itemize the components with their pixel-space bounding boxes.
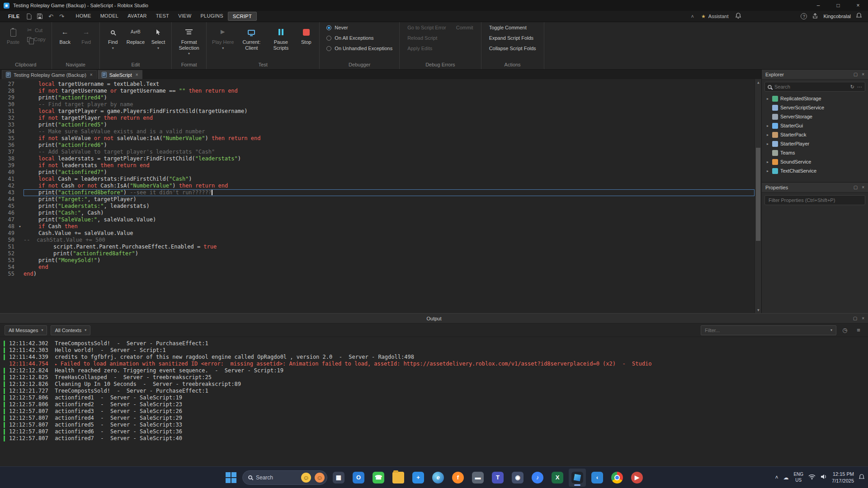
close-tab-icon[interactable]: × [90,72,93,77]
output-line-14[interactable]: 12:12:57.807 actionfired6 - Server - Sal… [0,428,868,435]
replace-button[interactable]: A⇄B Replace [124,24,147,57]
explorer-close-icon[interactable]: × [862,72,864,77]
language-indicator[interactable]: ENG US [793,472,803,483]
explorer-item-startergui[interactable]: ▸StarterGui [762,121,868,130]
output-line-5[interactable]: 12:12:12.824 Health reached zero. Trigge… [0,367,868,374]
explorer-item-serverscriptservice[interactable]: ServerScriptService [762,103,868,112]
taskbar-whatsapp-icon[interactable]: ☎ [370,469,387,487]
output-popout-icon[interactable]: ▢ [853,316,857,321]
output-line-7[interactable]: 12:12:12.826 Cleaning Up In 10 Seconds -… [0,381,868,388]
output-line-10[interactable]: 12:12:57.806 actionfired2 - Server - Sal… [0,401,868,408]
explorer-search-input[interactable] [774,84,848,89]
output-line-11[interactable]: 12:12:57.807 actionfired3 - Server - Sal… [0,408,868,415]
expand-arrow-icon[interactable]: ▸ [55,362,57,366]
commit-button[interactable]: Commit [452,23,478,32]
output-line-4[interactable]: 12:11:44.754 ▸ Failed to load animation … [0,361,868,367]
new-file-icon[interactable] [24,12,34,21]
code-line-37[interactable]: 37-- Add SaleValue to target player's le… [0,149,755,155]
output-filter-box[interactable]: ▾ [701,325,836,335]
expand-chevron-icon[interactable]: ▸ [765,133,770,137]
assistant-button[interactable]: ★ Assistant [701,14,729,19]
code-line-49[interactable]: 49Cash.Value += saleValue.Value [0,230,755,237]
properties-filter-box[interactable] [764,195,865,205]
redo-icon[interactable]: ↷ [57,12,66,21]
taskbar-firefox-icon[interactable]: f [449,469,467,487]
apply-edits-button[interactable]: Apply Edits [403,44,451,53]
output-line-8[interactable]: 12:12:21.727 TreeCompostsSold! - Server … [0,388,868,394]
output-line-2[interactable]: 12:11:42.303 Hello world! - Server - Scr… [0,347,868,354]
explorer-search-box[interactable]: ↻ ⋯ [764,82,865,92]
expand-chevron-icon[interactable]: ▸ [765,142,770,146]
menu-tab-avatar[interactable]: AVATAR [123,12,151,21]
explorer-item-textchatservice[interactable]: ▸TextChatService [762,166,868,175]
code-line-33[interactable]: 33print("actionfired5") [0,122,755,128]
format-selection-button[interactable]: Format Selection ▾ [175,24,203,57]
code-line-43[interactable]: 43print("actionfired8before") --see it d… [0,189,755,196]
taskbar-store-icon[interactable]: + [410,469,427,487]
reload-script-button[interactable]: Reload Script [403,33,451,42]
stop-button[interactable]: Stop [296,24,316,57]
code-line-52[interactable]: 52print("actionfired8after") [0,250,755,257]
wifi-icon[interactable] [808,474,816,481]
code-line-32[interactable]: 32if not targetPlayer then return end [0,115,755,122]
explorer-item-starterplayer[interactable]: ▸StarterPlayer [762,139,868,148]
code-line-55[interactable]: 55end) [0,271,755,277]
menu-tab-view[interactable]: VIEW [174,12,196,21]
menu-tab-model[interactable]: MODEL [96,12,123,21]
output-line-13[interactable]: 12:12:57.807 actionfired5 - Server - Sal… [0,422,868,428]
code-line-30[interactable]: 30-- Find target player by name [0,101,755,108]
code-line-42[interactable]: 42if not Cash or not Cash:IsA("NumberVal… [0,183,755,189]
collapse-script-folds-button[interactable]: Collapse Script Folds [485,44,541,53]
output-line-6[interactable]: 12:12:12.825 TreeHasCollasped - Server -… [0,374,868,381]
code-line-38[interactable]: 38local leaderstats = targetPlayer:FindF… [0,155,755,162]
current-device-button[interactable]: Current: Client [237,24,265,57]
code-line-45[interactable]: 45print("Leaderstats:", leaderstats) [0,203,755,210]
output-line-1[interactable]: 12:11:42.302 TreeCompostsSold! - Server … [0,340,868,347]
output-line-12[interactable]: 12:12:57.807 actionfired4 - Server - Sal… [0,415,868,422]
share-icon[interactable] [812,13,818,20]
taskbar-vscode-icon[interactable]: ‹ [589,469,606,487]
minimize-button[interactable]: – [808,0,828,11]
taskbar-excel-icon[interactable]: X [549,469,566,487]
expand-chevron-icon[interactable]: ▸ [765,169,770,173]
search-more-icon[interactable]: ⋯ [857,84,862,89]
output-close-icon[interactable]: × [862,316,864,321]
code-line-50[interactable]: 50-- cashStat.Value += 500 [0,237,755,244]
explorer-item-starterpack[interactable]: ▸StarterPack [762,130,868,139]
maximize-button[interactable]: □ [828,0,848,11]
properties-filter-input[interactable] [769,197,861,203]
select-button[interactable]: Select ▾ [148,24,168,57]
pause-scripts-button[interactable]: Pause Scripts [267,24,295,57]
onedrive-cloud-icon[interactable]: ☁ [783,474,788,481]
back-button[interactable]: ← Back [55,24,75,57]
menu-tab-home[interactable]: HOME [71,12,95,21]
output-history-icon[interactable]: ◷ [840,325,850,335]
save-icon[interactable] [35,12,45,21]
debugger-option-never[interactable]: Never [323,23,396,32]
output-line-15[interactable]: 12:12:57.807 actionfired7 - Server - Sal… [0,435,868,442]
toggle-comment-button[interactable]: Toggle Comment [485,23,541,32]
collapse-ribbon-icon[interactable]: ˄ [691,14,694,19]
code-line-31[interactable]: 31local targetPlayer = game.Players:Find… [0,108,755,115]
explorer-popout-icon[interactable]: ▢ [854,72,858,77]
notification-center-icon[interactable] [859,474,864,481]
code-line-27[interactable]: 27local targetUsername = textLabel.Text [0,81,755,88]
output-line-9[interactable]: 12:12:57.806 actionfired1 - Server - Sal… [0,394,868,401]
output-filter-input[interactable] [705,328,828,333]
volume-icon[interactable] [821,474,827,481]
code-line-54[interactable]: 54end [0,264,755,271]
expand-chevron-icon[interactable]: ▸ [765,124,770,128]
script-editor[interactable]: 27local targetUsername = textLabel.Text2… [0,79,761,313]
explorer-item-replicatedstorage[interactable]: ▸ReplicatedStorage [762,94,868,103]
code-line-35[interactable]: 35if not saleValue or not saleValue:IsA(… [0,135,755,142]
code-line-39[interactable]: 39if not leaderstats then return end [0,162,755,169]
explorer-item-soundservice[interactable]: ▸SoundService [762,157,868,166]
scroll-down-icon[interactable]: ▼ [755,307,761,313]
expand-chevron-icon[interactable]: ▸ [765,160,770,164]
scrollbar-thumb[interactable] [756,148,760,241]
taskbar-edge-icon[interactable]: e [429,469,447,487]
fold-arrow-icon[interactable]: ▾ [16,223,24,230]
output-log[interactable]: 12:11:42.302 TreeCompostsSold! - Server … [0,337,868,466]
code-line-41[interactable]: 41local Cash = leaderstats:FindFirstChil… [0,176,755,183]
undo-icon[interactable]: ↶ [46,12,56,21]
